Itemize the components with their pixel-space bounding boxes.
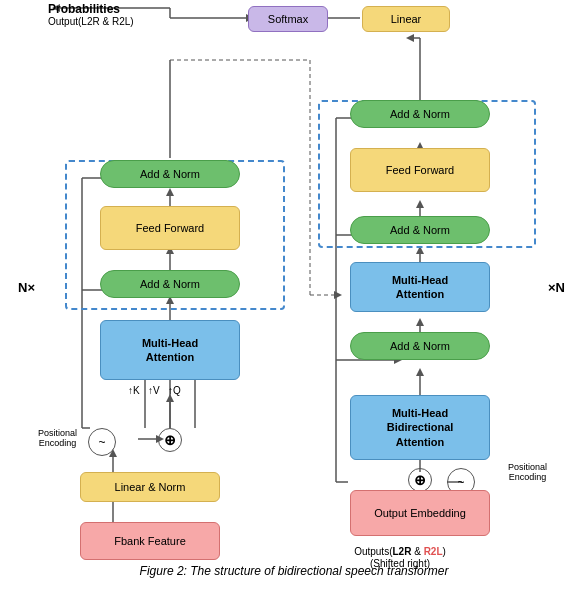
feed-forward-left-label: Feed Forward [136,221,204,235]
add-norm-top-right: Add & Norm [350,100,490,128]
positional-encoding-circle-left: ~ [88,428,116,456]
figure-caption: Figure 2: The structure of bidirectional… [0,564,588,578]
add-circle-right: ⊕ [408,468,432,492]
multi-head-bidi-attention: Multi-Head Bidirectional Attention [350,395,490,460]
kvq-label: ↑K ↑V ↑Q [128,385,181,396]
softmax-label: Softmax [268,12,308,26]
multi-head-attention-right-label: Multi-Head Attention [392,273,448,302]
multi-head-attention-left: Multi-Head Attention [100,320,240,380]
output-embedding-box: Output Embedding [350,490,490,536]
add-norm-top-left-label: Add & Norm [140,167,200,181]
add-norm-middle-right: Add & Norm [350,216,490,244]
softmax-box: Softmax [248,6,328,32]
add-norm-bottom-right: Add & Norm [350,332,490,360]
add-norm-bottom-left-label: Add & Norm [140,277,200,291]
svg-marker-48 [416,318,424,326]
linear-norm-left: Linear & Norm [80,472,220,502]
add-norm-top-right-label: Add & Norm [390,107,450,121]
outputs-label: Outputs(L2R & R2L) [320,546,480,557]
feed-forward-right: Feed Forward [350,148,490,192]
svg-marker-67 [334,291,342,299]
add-norm-top-left: Add & Norm [100,160,240,188]
linear-box-right: Linear [362,6,450,32]
multi-head-attention-right: Multi-Head Attention [350,262,490,312]
svg-marker-63 [406,34,414,42]
fbank-feature-label: Fbank Feature [114,534,186,548]
multi-head-bidi-label: Multi-Head Bidirectional Attention [387,406,454,449]
svg-marker-42 [416,368,424,376]
add-norm-bottom-left: Add & Norm [100,270,240,298]
add-norm-middle-right-label: Add & Norm [390,223,450,237]
n-times-label-left: N× [18,280,35,295]
positional-encoding-left: Positional Encoding [30,428,85,448]
positional-encoding-right: Positional Encoding [500,462,555,482]
feed-forward-left: Feed Forward [100,206,240,250]
fbank-feature-box: Fbank Feature [80,522,220,560]
add-circle-left: ⊕ [158,428,182,452]
feed-forward-right-label: Feed Forward [386,163,454,177]
probabilities-sublabel: Output(L2R & R2L) [48,16,134,27]
output-embedding-label: Output Embedding [374,506,466,520]
multi-head-attention-left-label: Multi-Head Attention [142,336,198,365]
linear-right-label: Linear [391,12,422,26]
n-times-label-right: ×N [548,280,565,295]
probabilities-label: Probabilities [48,2,120,16]
add-norm-bottom-right-label: Add & Norm [390,339,450,353]
linear-norm-left-label: Linear & Norm [115,480,186,494]
